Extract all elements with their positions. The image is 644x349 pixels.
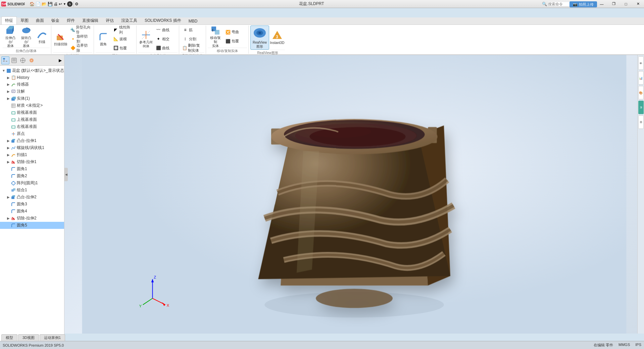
tree-fillet3[interactable]: ▶ 圆角3 (0, 201, 64, 208)
panel-collapse-handle[interactable]: ◀ (64, 168, 68, 181)
move-copy-btn[interactable]: 移动/复制实体 (208, 27, 223, 46)
cut-extrude-btn[interactable]: 扫描切除 (53, 29, 68, 49)
undo-btn[interactable]: ↩ (59, 2, 62, 6)
tree-boss2[interactable]: ▶ 凸台-拉伸2 (0, 194, 64, 201)
feature-tree-btn[interactable] (1, 56, 9, 64)
cut2-expand[interactable]: ▶ (6, 216, 11, 221)
tab-features[interactable]: 特征 (1, 16, 17, 24)
open-btn[interactable]: 📂 (42, 2, 47, 6)
extrude-boss-btn[interactable]: 拉伸凸台/基体 (3, 27, 18, 46)
wrap-btn[interactable]: 🔲 包覆 (111, 44, 135, 52)
wrap2-btn[interactable]: ⬛ 包覆 (224, 37, 247, 46)
boss2-expand[interactable]: ▶ (6, 195, 11, 200)
tab-3d[interactable]: 3D视图 (18, 334, 39, 341)
tab-direct[interactable]: 直接编辑 (79, 16, 102, 24)
svg-rect-20 (3, 58, 5, 59)
save-btn[interactable]: 💾 (48, 2, 53, 6)
maximize-btn[interactable]: □ (620, 0, 632, 8)
dropdown-btn[interactable]: ▼ (63, 2, 66, 6)
tab-evaluate[interactable]: 评估 (102, 16, 117, 24)
draft-btn[interactable]: 📐 拔模 (111, 35, 135, 43)
home-btn[interactable]: 🏠 (30, 2, 35, 6)
new-btn[interactable]: 📄 (36, 2, 41, 6)
svg-text:3: 3 (276, 35, 278, 39)
instant3d-btn[interactable]: 3 Instant3D (269, 28, 285, 47)
right-plane-icon (11, 124, 16, 130)
tree-fillet5[interactable]: ▶ 圆角5 (0, 222, 64, 229)
tab-render[interactable]: 渲染工具 (117, 16, 141, 24)
tree-front-plane[interactable]: ▶ 前视基准面 (0, 109, 64, 116)
tree-pattern1[interactable]: ▶ 阵列(圆周)1 (0, 180, 64, 187)
split-btn[interactable]: ⫶ 分割 (181, 35, 204, 43)
realview-btn[interactable]: RealView图形 (250, 26, 269, 50)
tree-top-plane[interactable]: ▶ 上视基准面 (0, 116, 64, 123)
tree-sweep1[interactable]: ▶ 扫描1 (0, 151, 64, 158)
chamfer-btn[interactable]: ◤ 线性阵列 (111, 26, 135, 34)
tab-motion[interactable]: 运动算例1 (40, 334, 65, 341)
tree-helix1[interactable]: ▶ 螺旋线/涡状线1 (0, 144, 64, 151)
rs-property-btn[interactable]: 📊 (638, 71, 644, 85)
tree-fillet4[interactable]: ▶ 圆角4 (0, 208, 64, 215)
delete-body-btn[interactable]: 📋 删除/复制实体 (181, 44, 204, 52)
tab-surface[interactable]: 曲面 (32, 16, 48, 24)
tab-addins[interactable]: SOLIDWORKS 插件 (141, 16, 185, 24)
svg-text:SW: SW (2, 2, 7, 6)
tree-solid[interactable]: ▶ 实体(1) (0, 95, 64, 102)
revolve-boss-btn[interactable]: 旋转凸台/基体 (18, 27, 34, 46)
hole-wizard-btn[interactable]: 🔩 异型孔向导 (69, 26, 92, 34)
loft-cut-btn[interactable]: 🔸 放样切割 (69, 35, 92, 43)
close-btn[interactable]: ✕ (632, 0, 644, 8)
tree-annotation[interactable]: ▶ 注解 (0, 88, 64, 95)
print-btn[interactable]: 🖨 (54, 2, 58, 6)
cut1-expand[interactable]: ▶ (6, 160, 11, 164)
upload-button[interactable]: 📷 拍照上传 (569, 1, 597, 7)
tab-mbd[interactable]: MBD (185, 17, 201, 24)
tree-cut2[interactable]: ▶ 切除-拉伸2 (0, 215, 64, 222)
sweep-boss-btn[interactable]: 扫描 (34, 27, 50, 46)
property-mgr-btn[interactable] (10, 56, 18, 64)
boundary-cut-btn[interactable]: 🔶 边界切除 (69, 44, 92, 52)
solidify-btn[interactable]: ⬛ 曲线 (154, 44, 178, 52)
rs-realview-btn[interactable]: R (638, 101, 644, 114)
rib-btn[interactable]: ≡ 筋 (181, 26, 204, 34)
rs-color-btn[interactable]: 🎨 (638, 86, 644, 99)
fillet-btn[interactable]: 圆角 (96, 29, 111, 49)
tree-cut1[interactable]: ▶ 切除-拉伸1 (0, 158, 64, 165)
boss1-expand[interactable]: ▶ (6, 139, 11, 143)
tree-root[interactable]: ▼ 花盆 (默认<<默认>_显示状态 1>) (0, 67, 64, 74)
tab-weldment[interactable]: 焊件 (63, 16, 79, 24)
history-expand[interactable]: ▶ (6, 75, 11, 80)
solid-expand[interactable]: ▶ (6, 96, 11, 101)
dimxpert-btn[interactable]: + (28, 56, 36, 64)
tab-sheetmetal[interactable]: 钣金 (48, 16, 63, 24)
helix1-expand[interactable]: ▶ (6, 146, 11, 150)
rs-view-btn[interactable]: 👁 (638, 56, 644, 70)
tree-material[interactable]: ▶ 材质 <未指定> (0, 102, 64, 109)
restore-btn[interactable]: ❐ (608, 0, 620, 8)
curve-btn[interactable]: 〰 曲线 (154, 26, 178, 34)
tree-history[interactable]: ▶ 📋 History (0, 74, 64, 81)
config-mgr-btn[interactable] (19, 56, 27, 64)
sensor-expand[interactable]: ▶ (6, 82, 11, 87)
tab-model[interactable]: 模型 (1, 334, 17, 341)
root-expand[interactable]: ▼ (1, 68, 6, 73)
viewport[interactable]: X Y Z (64, 55, 644, 334)
tree-fillet2[interactable]: ▶ 圆角2 (0, 172, 64, 180)
rs-settings-btn[interactable]: ⚙ (638, 115, 644, 129)
intersect-btn[interactable]: ✦ 相交 (154, 35, 178, 43)
flex-btn[interactable]: 🔀 弯曲 (224, 28, 247, 37)
tree-boss-extrude1[interactable]: ▶ 凸台-拉伸1 (0, 137, 64, 144)
sweep1-label: 扫描1 (17, 152, 27, 158)
tree-sensor[interactable]: ▶ 传感器 (0, 81, 64, 88)
tree-origin[interactable]: ▶ 原点 (0, 130, 64, 137)
tree-combine1[interactable]: ▶ 组合1 (0, 187, 64, 194)
tree-right-plane[interactable]: ▶ 右视基准面 (0, 123, 64, 130)
annotation-expand[interactable]: ▶ (6, 89, 11, 94)
tab-sketch[interactable]: 草图 (17, 16, 32, 24)
expand-panel-btn[interactable]: ▶ (57, 56, 63, 65)
sweep1-expand[interactable]: ▶ (6, 153, 11, 157)
tree-fillet1[interactable]: ▶ 圆角1 (0, 165, 64, 172)
ref-geom-btn[interactable]: 参考几何何体 (138, 29, 154, 49)
minimize-btn[interactable]: — (596, 0, 608, 8)
options-btn[interactable]: ⚙ (75, 2, 79, 6)
